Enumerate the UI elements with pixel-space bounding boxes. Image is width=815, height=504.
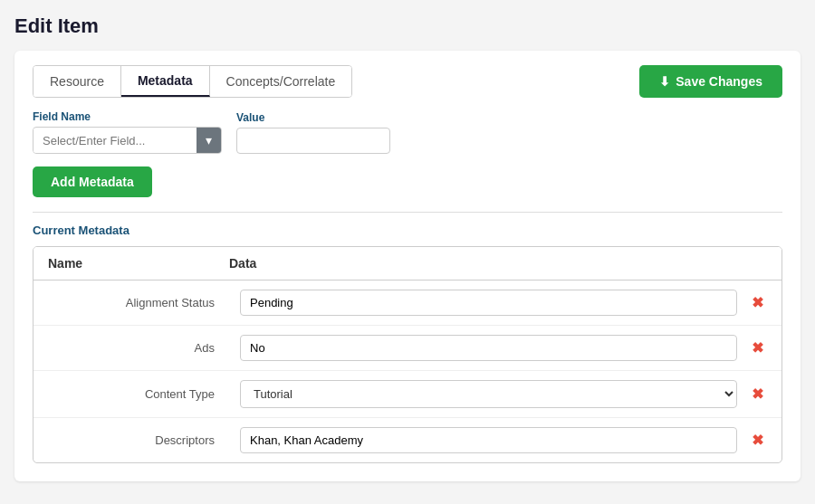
tab-bar: Resource Metadata Concepts/Correlate	[33, 65, 352, 98]
col-header-data: Data	[229, 256, 767, 271]
row-data-alignment-status	[240, 290, 737, 316]
alignment-status-input[interactable]	[240, 290, 737, 316]
row-data-descriptors	[240, 427, 737, 453]
field-name-group: Field Name ▾	[33, 110, 222, 154]
top-bar: Resource Metadata Concepts/Correlate ⬇ S…	[33, 65, 782, 98]
add-metadata-button[interactable]: Add Metadata	[33, 166, 152, 197]
delete-descriptors-button[interactable]: ✖	[748, 430, 767, 451]
tab-metadata[interactable]: Metadata	[121, 66, 210, 97]
save-button-label: Save Changes	[676, 74, 762, 89]
table-row: Content Type Tutorial Article Video Inte…	[34, 371, 781, 418]
current-metadata-label: Current Metadata	[33, 223, 782, 237]
field-row: Field Name ▾ Value	[33, 110, 782, 154]
row-name-descriptors: Descriptors	[48, 433, 229, 447]
value-group: Value	[236, 111, 390, 154]
row-name-ads: Ads	[48, 341, 229, 355]
field-select-dropdown-button[interactable]: ▾	[197, 128, 221, 153]
delete-ads-button[interactable]: ✖	[748, 338, 767, 358]
page-title: Edit Item	[14, 14, 801, 38]
delete-content-type-button[interactable]: ✖	[748, 384, 767, 404]
tab-concepts-correlate[interactable]: Concepts/Correlate	[210, 66, 352, 97]
table-row: Ads ✖	[34, 326, 781, 371]
field-select-wrapper: ▾	[33, 127, 222, 154]
row-name-alignment-status: Alignment Status	[48, 296, 229, 309]
delete-alignment-status-button[interactable]: ✖	[748, 292, 767, 313]
divider	[33, 212, 782, 213]
row-name-content-type: Content Type	[48, 387, 229, 401]
table-row: Alignment Status ✖	[34, 281, 781, 326]
field-name-label: Field Name	[33, 110, 222, 123]
ads-input[interactable]	[240, 335, 737, 361]
save-button[interactable]: ⬇ Save Changes	[639, 65, 782, 98]
table-row: Descriptors ✖	[34, 418, 781, 462]
value-label: Value	[236, 111, 390, 124]
content-type-select[interactable]: Tutorial Article Video Interactive	[240, 380, 737, 408]
descriptors-input[interactable]	[240, 427, 737, 453]
value-input[interactable]	[236, 128, 390, 154]
col-header-name: Name	[48, 256, 229, 271]
metadata-table: Name Data Alignment Status ✖ Ads ✖ Conte…	[33, 246, 782, 463]
row-data-ads	[240, 335, 737, 361]
field-name-input[interactable]	[34, 128, 197, 153]
row-data-content-type: Tutorial Article Video Interactive	[240, 380, 737, 408]
download-icon: ⬇	[659, 74, 670, 89]
metadata-table-header: Name Data	[34, 247, 781, 281]
tab-resource[interactable]: Resource	[34, 66, 121, 97]
